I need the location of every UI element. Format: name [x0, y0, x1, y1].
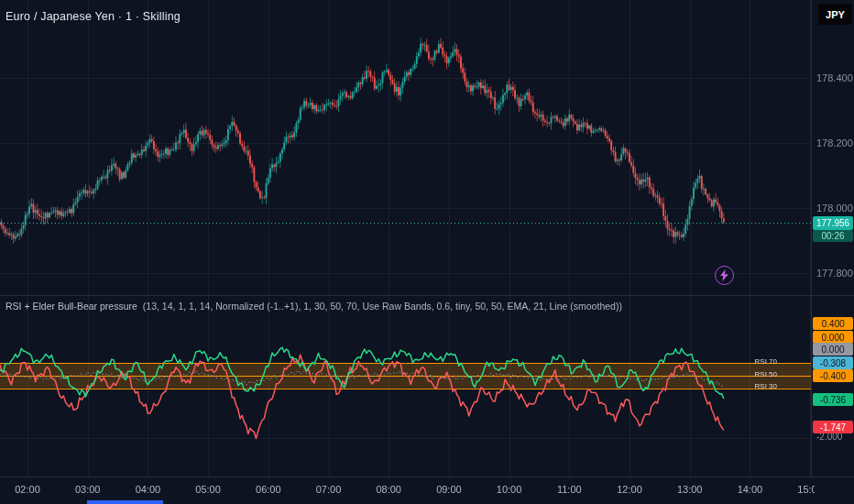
time-tick-label: 02:00: [15, 484, 40, 495]
price-tick-label: 178.000: [816, 203, 853, 214]
rsi-50-label: RSI 50: [742, 370, 777, 378]
indicator-title: RSI + Elder Bull-Bear pressure: [5, 301, 137, 312]
price-tick-label: 178.400: [816, 72, 853, 83]
time-tick-label: 07:00: [316, 484, 342, 495]
price-tick-label: 177.800: [816, 268, 853, 279]
time-tick-label: 14:00: [738, 484, 763, 495]
indicator-value-badge: 0.000: [813, 331, 853, 344]
time-tick-label: 15:00: [797, 484, 815, 495]
indicator-value-badge: 0.000: [813, 343, 853, 356]
time-tick-label: 11:00: [557, 484, 582, 495]
indicator-legend[interactable]: RSI + Elder Bull-Bear pressure(13, 14, 1…: [5, 301, 622, 312]
bottom-highlight-bar: [87, 500, 163, 504]
time-tick-label: 04:00: [136, 484, 161, 495]
time-tick-label: 05:00: [195, 484, 221, 495]
indicator-value-badge: -0.308: [813, 356, 853, 369]
rsi-30-label: RSI 30: [742, 382, 777, 390]
chart-canvas[interactable]: [0, 0, 854, 504]
symbol-title[interactable]: Euro / Japanese Yen · 1 · Skilling: [5, 10, 181, 23]
lightning-button[interactable]: [715, 266, 734, 285]
time-tick-label: 12:00: [617, 484, 642, 495]
time-tick-label: 03:00: [75, 484, 101, 495]
indicator-value-badge: -0.400: [813, 369, 853, 382]
price-tick-label: 178.200: [816, 137, 853, 148]
time-tick-label: 10:00: [497, 484, 522, 495]
tradingview-chart-window: Euro / Japanese Yen · 1 · Skilling JPY 1…: [0, 0, 854, 504]
time-tick-label: 06:00: [256, 484, 281, 495]
indicator-value-badge: -1.747: [813, 421, 853, 433]
indicator-value-badge: 0.400: [813, 317, 853, 330]
time-tick-label: 13:00: [677, 484, 703, 495]
time-tick-label: 08:00: [376, 484, 401, 495]
indicator-value-badge: -0.736: [813, 393, 853, 406]
indicator-params: (13, 14, 1, 1, 14, Normalized (-1..+1), …: [143, 301, 622, 312]
rsi-70-label: RSI 70: [742, 357, 777, 366]
time-tick-label: 09:00: [436, 484, 462, 495]
pane-separator[interactable]: [0, 295, 854, 296]
lightning-icon: [719, 269, 729, 281]
